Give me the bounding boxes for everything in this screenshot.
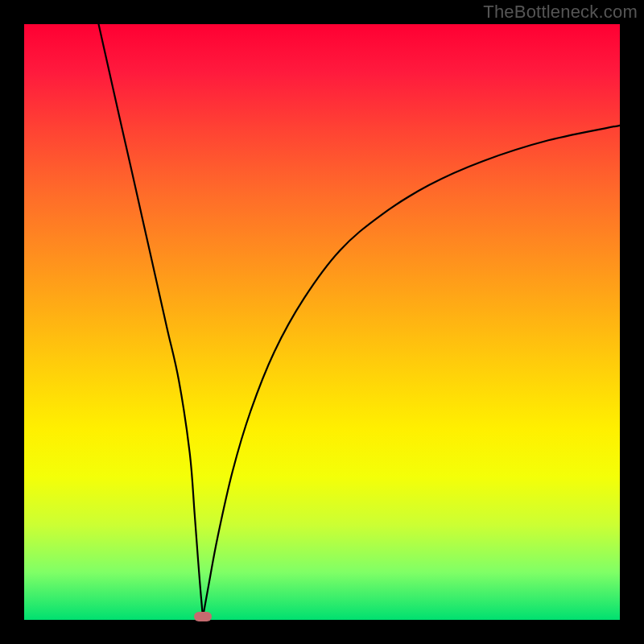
left-branch-path	[99, 24, 204, 617]
right-branch-path	[203, 126, 620, 617]
chart-frame: TheBottleneck.com	[0, 0, 644, 644]
plot-area	[24, 24, 620, 620]
curve-layer	[24, 24, 620, 620]
watermark-text: TheBottleneck.com	[483, 2, 638, 23]
min-point-marker	[194, 612, 212, 621]
